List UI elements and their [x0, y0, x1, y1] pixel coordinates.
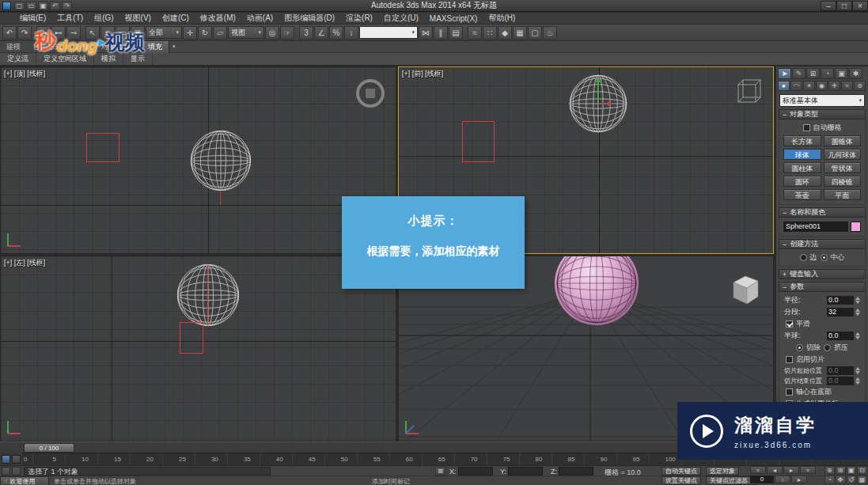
- field-of-view-icon[interactable]: ◔: [824, 476, 835, 484]
- zoom-icon[interactable]: ⊕: [824, 466, 835, 475]
- tab-define-flow[interactable]: 定义流: [0, 53, 36, 65]
- go-to-start-icon[interactable]: «: [750, 466, 766, 474]
- rendered-frame-window-icon[interactable]: ▢: [528, 26, 542, 40]
- viewport-label[interactable]: [+] [左] [线框]: [4, 258, 45, 268]
- rollout-keyboard-entry[interactable]: + 键盘输入: [779, 269, 866, 279]
- menu-edit[interactable]: 编辑(E): [14, 13, 51, 24]
- rotation-gizmo[interactable]: [356, 79, 385, 108]
- rollout-creation-method[interactable]: − 创建方法: [779, 239, 866, 249]
- radius-spinner[interactable]: [855, 297, 860, 304]
- mirror-icon[interactable]: ⋈: [419, 26, 433, 40]
- open-file-icon[interactable]: ▭: [26, 2, 36, 10]
- orbit-icon[interactable]: ↺: [847, 476, 857, 484]
- smooth-checkbox[interactable]: [786, 320, 793, 328]
- close-button[interactable]: ×: [852, 1, 868, 11]
- helpers-category-icon[interactable]: ✛: [828, 81, 840, 91]
- box-object-wireframe[interactable]: [86, 133, 119, 162]
- key-mode-icon[interactable]: ○: [775, 476, 790, 483]
- primitive-category-dropdown[interactable]: 标准基本体 ▾: [779, 94, 865, 107]
- geometry-category-icon[interactable]: ●: [778, 81, 790, 91]
- cone-button[interactable]: 圆锥体: [824, 135, 862, 146]
- object-color-swatch[interactable]: [851, 222, 861, 232]
- redo-icon[interactable]: ↷: [62, 2, 72, 10]
- slice-on-checkbox[interactable]: [786, 356, 793, 363]
- display-tab-icon[interactable]: ▣: [835, 68, 848, 79]
- transform-lock-icon[interactable]: ⊠: [435, 467, 445, 476]
- minimize-button[interactable]: –: [821, 1, 836, 11]
- auto-key-button[interactable]: 自动关键点: [661, 467, 701, 476]
- reference-coordinate-dropdown[interactable]: 视图 ▾: [228, 26, 264, 39]
- tube-button[interactable]: 管状体: [824, 162, 862, 173]
- plane-button[interactable]: 平面: [824, 189, 862, 200]
- set-key-button[interactable]: 设置关键点: [661, 476, 701, 485]
- selection-lock-icon[interactable]: [12, 467, 21, 476]
- add-time-tag[interactable]: 添加时间标记: [372, 477, 410, 485]
- select-and-move-icon[interactable]: ✛: [183, 26, 197, 40]
- chop-radio[interactable]: [796, 344, 803, 351]
- select-and-scale-icon[interactable]: ▱: [213, 26, 227, 40]
- motion-tab-icon[interactable]: ◔: [821, 68, 834, 79]
- selected-objects-dropdown[interactable]: 选定对象: [706, 467, 739, 476]
- snaps-toggle-icon[interactable]: 3: [299, 26, 313, 40]
- maximize-button[interactable]: □: [836, 1, 852, 11]
- percent-snap-icon[interactable]: %: [329, 26, 343, 40]
- viewcube[interactable]: [731, 74, 766, 108]
- key-filters-button[interactable]: 关键点过滤器...: [706, 476, 757, 485]
- radius-field[interactable]: 0.0: [827, 296, 854, 305]
- slice-to-spinner[interactable]: [855, 377, 860, 385]
- mini-curve-editor-button[interactable]: [0, 453, 22, 465]
- previous-frame-icon[interactable]: ◄: [767, 466, 783, 474]
- welcome-button[interactable]: ☝ 欢迎使用: [0, 476, 49, 485]
- maximize-viewport-icon[interactable]: ▦: [857, 476, 867, 484]
- viewport-label[interactable]: [+] [顶] [线框]: [4, 69, 45, 79]
- render-setup-icon[interactable]: ▦: [513, 26, 527, 40]
- cylinder-button[interactable]: 圆柱体: [783, 162, 821, 173]
- autogrid-checkbox[interactable]: [803, 124, 810, 131]
- menu-animation[interactable]: 动画(A): [241, 13, 279, 24]
- squash-radio[interactable]: [824, 344, 831, 351]
- new-scene-icon[interactable]: ▢: [14, 2, 25, 10]
- pan-icon[interactable]: ✥: [836, 476, 846, 484]
- angle-snap-icon[interactable]: ∠: [314, 26, 328, 40]
- hemisphere-field[interactable]: 0.0: [827, 332, 854, 340]
- lights-category-icon[interactable]: ☀: [803, 81, 815, 91]
- hierarchy-tab-icon[interactable]: ⊞: [806, 68, 820, 79]
- undo-icon[interactable]: ↶: [2, 26, 17, 40]
- play-icon[interactable]: ►: [783, 466, 799, 474]
- menu-create[interactable]: 创建(C): [157, 13, 195, 24]
- next-frame-icon[interactable]: ►: [791, 476, 807, 483]
- box-button[interactable]: 长方体: [783, 135, 821, 146]
- current-frame-field[interactable]: 0: [750, 476, 774, 483]
- menu-rendering[interactable]: 渲染(R): [340, 13, 378, 24]
- slice-to-field[interactable]: 0.0: [827, 377, 854, 385]
- redo-icon[interactable]: ↷: [17, 26, 32, 40]
- utilities-tab-icon[interactable]: ✱: [849, 68, 862, 79]
- time-slider-handle[interactable]: 0 / 100: [24, 443, 74, 453]
- chevron-down-icon[interactable]: ▾: [169, 44, 176, 50]
- align-icon[interactable]: ∥: [434, 26, 448, 40]
- menu-maxscript[interactable]: MAXScript(X): [424, 14, 483, 23]
- viewport-label[interactable]: [+] [前] [线框]: [402, 69, 443, 79]
- menu-graph-editors[interactable]: 图形编辑器(D): [279, 13, 340, 24]
- segments-field[interactable]: 32: [827, 308, 854, 316]
- render-production-icon[interactable]: ♨: [543, 26, 557, 40]
- menu-tools[interactable]: 工具(T): [51, 13, 89, 24]
- cameras-category-icon[interactable]: ◉: [816, 81, 828, 91]
- rollout-name-color[interactable]: − 名称和颜色: [779, 207, 866, 218]
- z-value-field[interactable]: [559, 467, 593, 476]
- populate-fill-button[interactable]: 填充: [141, 40, 169, 54]
- slice-from-field[interactable]: 0.0: [827, 366, 854, 375]
- viewport-left[interactable]: [+] [左] [线框]: [0, 256, 396, 441]
- curve-editor-icon[interactable]: ≈: [468, 26, 482, 40]
- create-tab-icon[interactable]: ➤: [778, 68, 791, 79]
- geosphere-button[interactable]: 几何球体: [824, 149, 862, 160]
- zoom-all-icon[interactable]: ⊞: [836, 466, 846, 475]
- app-icon[interactable]: [2, 2, 11, 10]
- spacewarps-category-icon[interactable]: ≈: [841, 81, 853, 91]
- use-center-icon[interactable]: ◎: [265, 26, 279, 40]
- zoom-extents-icon[interactable]: ▣: [847, 466, 857, 475]
- edge-radio[interactable]: [800, 254, 807, 261]
- named-selection-sets-dropdown[interactable]: ▾: [359, 26, 418, 39]
- zoom-extents-all-icon[interactable]: ⊡: [857, 466, 867, 475]
- sphere-wireframe[interactable]: [176, 263, 241, 328]
